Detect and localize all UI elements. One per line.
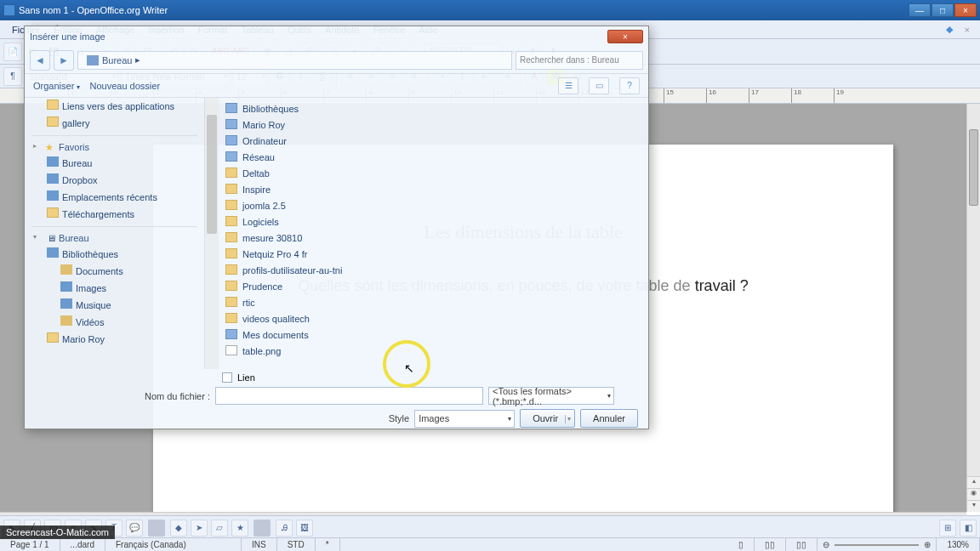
fromfile-icon[interactable]: 🖼 (296, 520, 313, 537)
status-page: Page 1 / 1 (0, 538, 60, 551)
minimize-button[interactable]: — (909, 3, 931, 17)
status-ins[interactable]: INS (242, 538, 277, 551)
grid-icon[interactable]: ⊞ (939, 520, 956, 537)
status-std[interactable]: STD (277, 538, 316, 551)
back-button[interactable]: ◄ (30, 50, 50, 71)
status-zoom[interactable]: 130% (937, 538, 980, 551)
dialog-navbar: ◄ ► Bureau ▸ Rechercher dans : Bureau (25, 47, 648, 74)
list-item[interactable]: Deltab (219, 166, 648, 182)
sidebar-biblio[interactable]: Bibliothèques (25, 246, 204, 263)
lien-checkbox[interactable] (222, 372, 232, 383)
page-up-icon[interactable]: ▴ (967, 476, 980, 488)
list-item[interactable]: Ordinateur (219, 133, 648, 150)
status-sel: * (316, 538, 340, 551)
status-lang[interactable]: Français (Canada) (105, 538, 242, 551)
list-item[interactable]: Mario Roy (219, 117, 648, 133)
style-label: Style (363, 413, 409, 423)
status-style: ...dard (60, 538, 105, 551)
list-item[interactable]: table.png (219, 344, 648, 360)
sidebar-musique[interactable]: Musique (25, 297, 204, 314)
sidebar-scrollbar[interactable] (205, 98, 219, 369)
list-item[interactable]: Inspire (219, 182, 648, 198)
style-combo[interactable]: Images (414, 410, 515, 428)
list-item[interactable]: Logiciels (219, 214, 648, 230)
window-title: Sans nom 1 - OpenOffice.org Writer (19, 5, 909, 15)
sidebar-mario[interactable]: Mario Roy (25, 331, 204, 348)
insert-image-dialog: Insérer une image × ◄ ► Bureau ▸ Recherc… (24, 26, 649, 429)
vertical-scrollbar[interactable]: ▴ ◉ ▾ (966, 104, 980, 512)
titlebar: Sans nom 1 - OpenOffice.org Writer — □ × (0, 0, 980, 20)
callout-icon[interactable]: 💬 (126, 520, 143, 537)
view-single-icon[interactable]: ▯ (728, 538, 755, 551)
dialog-titlebar: Insérer une image × (25, 26, 648, 47)
styles-icon[interactable]: ¶ (3, 67, 22, 86)
sidebar-bureau2-header[interactable]: ▾🖥 Bureau (25, 230, 204, 246)
drawing-toolbar: ↖ ╱ ▭ ○ ∿ T 💬 ◆ ➤ ▱ ★ Ꭿ 🖼 ⊞ ◧ (0, 515, 980, 539)
flowchart-icon[interactable]: ▱ (211, 520, 228, 537)
page-down-icon[interactable]: ▾ (967, 500, 980, 512)
dialog-toolbar: Organiser Nouveau dossier ☰ ▭ ? (25, 74, 648, 98)
list-item[interactable]: Réseau (219, 150, 648, 166)
statusbar: Page 1 / 1 ...dard Français (Canada) INS… (0, 537, 980, 551)
cancel-button[interactable]: Annuler (580, 409, 638, 428)
sidebar-favoris-header[interactable]: ▸Favoris (25, 139, 204, 155)
view-multi-icon[interactable]: ▯▯ (755, 538, 786, 551)
fontwork-icon[interactable]: Ꭿ (276, 520, 293, 537)
close-button[interactable]: × (954, 3, 977, 17)
preview-button[interactable]: ▭ (589, 77, 609, 94)
open-button[interactable]: Ouvrir (520, 409, 575, 428)
file-list: BibliothèquesMario RoyOrdinateurRéseauDe… (219, 98, 648, 369)
help-dialog-button[interactable]: ? (619, 77, 640, 94)
list-item[interactable]: rtic (219, 295, 648, 311)
dialog-title: Insérer une image (30, 31, 105, 42)
stars-icon[interactable]: ★ (231, 520, 248, 537)
list-item[interactable]: Netquiz Pro 4 fr (219, 247, 648, 263)
dialog-bottom: Lien Nom du fichier : <Tous les formats>… (25, 369, 648, 429)
sidebar-emplacements[interactable]: Emplacements récents (25, 189, 204, 206)
dialog-search-input[interactable]: Rechercher dans : Bureau (516, 51, 643, 70)
new-icon[interactable]: 📄 (3, 43, 22, 61)
watermark: Screencast-O-Matic.com (0, 525, 115, 539)
zoom-slider[interactable]: ⊖ ⊕ (818, 538, 937, 551)
organize-button[interactable]: Organiser (33, 81, 80, 91)
list-item[interactable]: Prudence (219, 279, 648, 295)
scroll-thumb[interactable] (969, 129, 978, 206)
nav-target-icon[interactable]: ◉ (967, 488, 980, 500)
list-item[interactable]: joomla 2.5 (219, 198, 648, 214)
maximize-button[interactable]: □ (932, 3, 954, 17)
forward-button[interactable]: ► (54, 50, 74, 71)
new-folder-button[interactable]: Nouveau dossier (90, 81, 161, 91)
sidebar-telechargements[interactable]: Téléchargements (25, 206, 204, 223)
view-mode-button[interactable]: ☰ (558, 77, 578, 94)
view-book-icon[interactable]: ▯▯ (786, 538, 818, 551)
list-item[interactable]: Bibliothèques (219, 101, 648, 117)
desktop-icon (87, 55, 99, 65)
shapes-icon[interactable]: ◆ (170, 520, 187, 537)
sidebar-documents[interactable]: Documents (25, 263, 204, 280)
list-item[interactable]: Mes documents (219, 327, 648, 344)
app-icon (3, 4, 15, 16)
list-item[interactable]: mesure 30810 (219, 230, 648, 247)
arrows-icon[interactable]: ➤ (191, 520, 208, 537)
list-item[interactable]: videos qualitech (219, 311, 648, 327)
dialog-sidebar: Liens vers des applications gallery ▸Fav… (25, 98, 205, 369)
filename-input[interactable] (215, 387, 483, 405)
sidebar-liens[interactable]: Liens vers des applications (25, 98, 204, 115)
sidebar-dropbox[interactable]: Dropbox (25, 172, 204, 189)
breadcrumb[interactable]: Bureau ▸ (77, 51, 512, 70)
doc-close-button[interactable]: × (960, 25, 975, 35)
list-item[interactable]: profils-dutilisateur-au-tni (219, 263, 648, 279)
extrude-icon[interactable]: ◧ (960, 520, 977, 537)
dialog-close-button[interactable]: × (607, 30, 643, 43)
filter-combo[interactable]: <Tous les formats> (*.bmp;*.d... (488, 387, 614, 405)
sidebar-gallery[interactable]: gallery (25, 115, 204, 132)
sidebar-images[interactable]: Images (25, 280, 204, 297)
filename-label: Nom du fichier : (35, 391, 210, 401)
lien-label: Lien (237, 372, 255, 383)
sidebar-bureau[interactable]: Bureau (25, 155, 204, 172)
logo-icon: ◆ (939, 24, 960, 35)
sidebar-videos[interactable]: Vidéos (25, 314, 204, 331)
